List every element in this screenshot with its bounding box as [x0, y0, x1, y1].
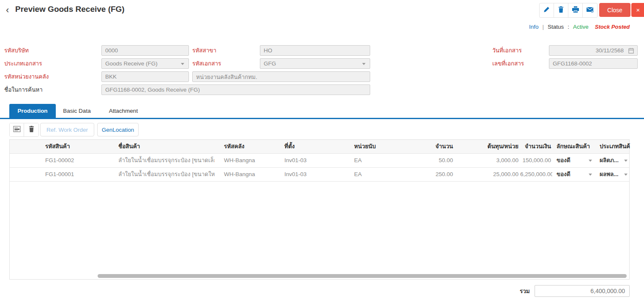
search-name-field[interactable]: [102, 85, 370, 95]
search-name-field-wrap: [101, 84, 370, 95]
col-amount: จำนวนเงิน: [520, 140, 552, 153]
printer-icon: [572, 6, 579, 14]
horizontal-scrollbar[interactable]: [98, 274, 627, 278]
chevron-down-icon: [624, 174, 628, 176]
branch-code-field[interactable]: [260, 46, 370, 55]
col-location: ที่ตั้ง: [275, 140, 345, 153]
item-attribute-value: ของดี: [557, 168, 570, 181]
delete-row-button[interactable]: [24, 123, 38, 136]
tab-attachment[interactable]: Attachment: [102, 104, 145, 118]
chevron-down-icon: [624, 160, 628, 162]
status-line: Info | Status : Active Stock Posted: [529, 24, 630, 30]
table-row[interactable]: FG1-00002 ลำใยในน้ำเชื่อมบรรจุกระป๋อง [ข…: [10, 154, 629, 168]
col-item-type: ประเภทสินค้า: [595, 140, 630, 153]
col-item-name: ชื่อสินค้า: [109, 140, 215, 153]
print-button[interactable]: [568, 3, 583, 17]
delete-button[interactable]: [554, 3, 568, 17]
info-link[interactable]: Info: [529, 24, 539, 30]
doc-code-dropdown[interactable]: GFG: [260, 58, 370, 69]
uom-cell: EA: [345, 168, 420, 181]
warehouse-unit-name-field[interactable]: [193, 72, 370, 82]
back-chevron-icon[interactable]: ‹: [6, 4, 9, 16]
table-row[interactable]: FG1-00001 ลำใยในน้ำเชื่อมบรรจุกระป๋อง [ข…: [10, 168, 629, 182]
col-uom: หน่วยนับ: [345, 140, 420, 153]
doc-date-field-wrap: [549, 45, 638, 56]
pencil-icon: [543, 6, 550, 14]
stock-posted-badge: Stock Posted: [595, 24, 630, 30]
warehouse-unit-name-wrap: [192, 71, 370, 82]
company-code-label: รหัสบริษัท: [4, 45, 29, 56]
doc-type-label: ประเภทเอกสาร: [4, 58, 42, 69]
col-unit-cost: ต้นทุน/หน่วย: [462, 140, 520, 153]
quantity-cell: 250.00: [420, 168, 462, 181]
warehouse-unit-label: รหัสหน่วยงานคลัง: [4, 71, 49, 82]
item-code-cell: FG1-00001: [35, 168, 109, 181]
unit-cost-cell: 25,000.00: [462, 168, 520, 181]
row-selector-header: [10, 140, 35, 153]
trash-icon: [29, 126, 34, 134]
status-value: Active: [573, 24, 589, 30]
close-x-button[interactable]: ×: [631, 3, 644, 17]
email-button[interactable]: [583, 3, 597, 17]
trash-icon: [558, 6, 564, 14]
quantity-cell: 50.00: [420, 154, 462, 167]
chevron-down-icon: [181, 63, 184, 65]
status-separator: |: [543, 24, 544, 30]
gen-location-button[interactable]: GenLocation: [97, 123, 139, 136]
doc-no-field-wrap: [549, 58, 638, 69]
header-action-group: [539, 3, 598, 18]
branch-code-field-wrap: [260, 45, 370, 56]
chevron-down-icon: [589, 160, 592, 162]
total-field-wrap: [535, 285, 630, 297]
row-selector[interactable]: [10, 168, 35, 181]
warehouse-cell: WH-Bangna: [215, 168, 275, 181]
warehouse-cell: WH-Bangna: [215, 154, 275, 167]
location-cell: Inv01-03: [275, 168, 345, 181]
doc-type-dropdown[interactable]: Goods Receive (FG): [101, 58, 189, 69]
item-name-cell: ลำใยในน้ำเชื่อมบรรจุกระป๋อง [ขนาดเล็ก: [109, 154, 215, 167]
item-type-dropdown[interactable]: ผลพล...: [595, 168, 630, 181]
ref-work-order-button[interactable]: Ref. Work Order: [40, 123, 94, 136]
tab-production[interactable]: Production: [9, 104, 56, 118]
item-attribute-dropdown[interactable]: ของดี: [552, 168, 595, 181]
mail-icon: [587, 7, 594, 14]
company-code-field[interactable]: [102, 46, 188, 55]
total-label: รวม: [520, 285, 530, 297]
row-selector[interactable]: [10, 154, 35, 167]
page-header: ‹ Preview Goods Receive (FG) Close ×: [0, 0, 644, 20]
col-item-code: รหัสสินค้า: [35, 140, 109, 153]
item-attribute-value: ของดี: [557, 154, 570, 167]
doc-no-field[interactable]: [549, 59, 637, 68]
warehouse-unit-code-field[interactable]: [102, 72, 188, 82]
item-type-dropdown[interactable]: ผลิตภ...: [595, 154, 630, 167]
chevron-down-icon: [362, 63, 366, 65]
items-grid: รหัสสินค้า ชื่อสินค้า รหัสคลัง ที่ตั้ง ห…: [9, 139, 630, 280]
chevron-down-icon: [589, 174, 592, 176]
col-warehouse: รหัสคลัง: [215, 140, 275, 153]
doc-type-value: Goods Receive (FG): [105, 60, 158, 67]
doc-date-label: วันที่เอกสาร: [492, 45, 522, 56]
doc-date-field[interactable]: [549, 46, 637, 55]
col-quantity: จำนวน: [420, 140, 462, 153]
item-name-cell: ลำใยในน้ำเชื่อมบรรจุกระป๋อง [ขนาดใหญ: [109, 168, 215, 181]
item-type-value: ผลพล...: [600, 168, 619, 181]
amount-cell: 150,000.00: [520, 154, 552, 167]
item-code-cell: FG1-00002: [35, 154, 109, 167]
total-field[interactable]: [535, 285, 629, 296]
branch-code-label: รหัสสาขา: [192, 45, 216, 56]
unit-cost-cell: 3,000.00: [462, 154, 520, 167]
tab-basic-data[interactable]: Basic Data: [56, 104, 98, 118]
close-button[interactable]: Close: [599, 3, 630, 17]
row-list-icon: [13, 126, 21, 134]
calendar-icon[interactable]: [628, 48, 634, 55]
doc-code-value: GFG: [264, 60, 276, 67]
page-title: Preview Goods Receive (FG): [15, 5, 125, 14]
item-attribute-dropdown[interactable]: ของดี: [552, 154, 595, 167]
doc-no-label: เลขที่เอกสาร: [492, 58, 524, 69]
doc-code-label: รหัสเอกสาร: [192, 58, 221, 69]
search-name-label: ชื่อในการค้นหา: [4, 84, 43, 95]
row-detail-button[interactable]: [10, 123, 24, 136]
tabs-underline: [0, 118, 644, 119]
edit-button[interactable]: [540, 3, 554, 17]
status-label: Status: [548, 24, 564, 30]
